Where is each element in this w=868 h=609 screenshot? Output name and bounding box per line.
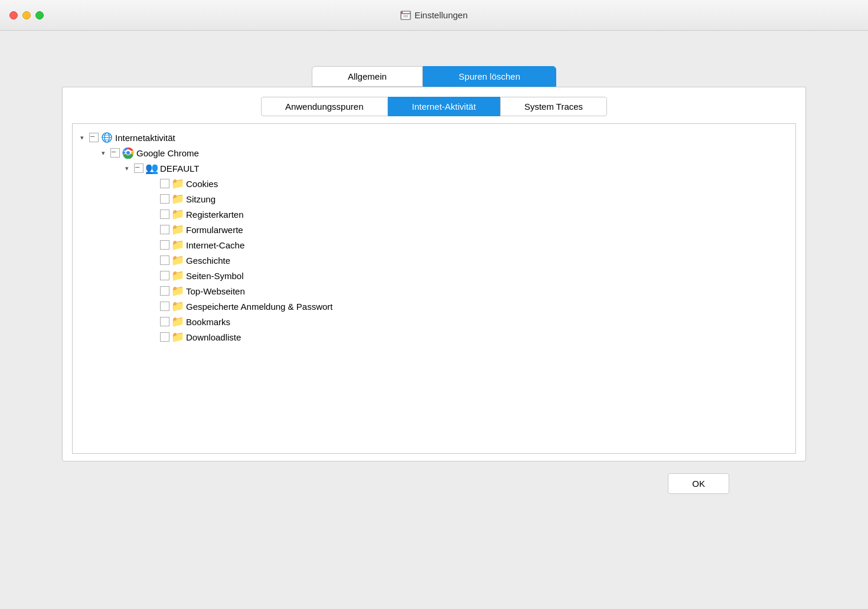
- tree-row-internetaktivitaet: ▾ Internetaktivität: [77, 130, 791, 145]
- label-bookmarks: Bookmarks: [186, 317, 230, 327]
- users-icon: 👥: [146, 163, 158, 173]
- ok-button[interactable]: OK: [668, 473, 729, 494]
- label-top-webseiten: Top-Webseiten: [186, 286, 245, 296]
- tab-spuren-loeschen[interactable]: Spuren löschen: [423, 66, 556, 87]
- folder-icon-top-webseiten: 📁: [172, 286, 184, 296]
- label-geschichte: Geschichte: [186, 256, 230, 266]
- checkbox-internet-cache[interactable]: [160, 240, 169, 250]
- label-seiten-symbol: Seiten-Symbol: [186, 271, 244, 281]
- label-formularwerte: Formularwerte: [186, 225, 243, 235]
- label-internet-cache: Internet-Cache: [186, 240, 244, 250]
- folder-icon-registerkarten: 📁: [172, 209, 184, 220]
- tree-row-seiten-symbol: ▾ 📁 Seiten-Symbol: [77, 268, 791, 283]
- checkbox-cookies[interactable]: [160, 179, 169, 188]
- window-controls: [9, 11, 44, 19]
- chevron-default[interactable]: ▾: [122, 163, 132, 173]
- subtab-internet-aktivitaet[interactable]: Internet-Aktivität: [388, 97, 500, 116]
- folder-icon-seiten-symbol: 📁: [172, 270, 184, 281]
- subtab-anwendungsspuren[interactable]: Anwendungsspuren: [261, 97, 388, 116]
- label-registerkarten: Registerkarten: [186, 209, 244, 220]
- tree-container[interactable]: ▾ Internetaktivität: [72, 123, 796, 454]
- tree-row-default: ▾ 👥 DEFAULT: [77, 161, 791, 176]
- tab-allgemein[interactable]: Allgemein: [312, 66, 423, 87]
- top-tabs: Allgemein Spuren löschen: [312, 66, 556, 87]
- label-google-chrome: Google Chrome: [136, 148, 199, 158]
- sub-tabs: Anwendungsspuren Internet-Aktivität Syst…: [63, 87, 805, 116]
- chevron-google-chrome[interactable]: ▾: [99, 148, 108, 158]
- checkbox-bookmarks[interactable]: [160, 317, 169, 326]
- checkbox-sitzung[interactable]: [160, 194, 169, 204]
- globe-icon: [101, 132, 113, 143]
- title-bar: Einstellungen: [0, 0, 868, 31]
- window-title-text: Einstellungen: [415, 10, 468, 20]
- folder-icon-formularwerte: 📁: [172, 224, 184, 235]
- chrome-icon: [122, 148, 134, 158]
- checkbox-gespeicherte-anmeldung[interactable]: [160, 302, 169, 311]
- tree-row-geschichte: ▾ 📁 Geschichte: [77, 253, 791, 268]
- bottom-area: OK: [44, 461, 824, 494]
- maximize-button[interactable]: [35, 11, 44, 19]
- label-downloadliste: Downloadliste: [186, 332, 241, 342]
- label-internetaktivitaet: Internetaktivität: [115, 133, 175, 143]
- folder-icon-gespeicherte-anmeldung: 📁: [172, 301, 184, 312]
- tree-row-google-chrome: ▾: [77, 145, 791, 161]
- tree-row-internet-cache: ▾ 📁 Internet-Cache: [77, 237, 791, 253]
- close-button[interactable]: [9, 11, 18, 19]
- chevron-internetaktivitaet[interactable]: ▾: [77, 133, 87, 142]
- folder-icon-cookies: 📁: [172, 178, 184, 189]
- folder-icon-downloadliste: 📁: [172, 332, 184, 342]
- checkbox-top-webseiten[interactable]: [160, 286, 169, 296]
- tree-row-sitzung: ▾ 📁 Sitzung: [77, 191, 791, 207]
- tree-row-bookmarks: ▾ 📁 Bookmarks: [77, 314, 791, 329]
- tree-row-registerkarten: ▾ 📁 Registerkarten: [77, 207, 791, 222]
- checkbox-geschichte[interactable]: [160, 256, 169, 265]
- checkbox-google-chrome[interactable]: [110, 148, 120, 158]
- tree-row-top-webseiten: ▾ 📁 Top-Webseiten: [77, 283, 791, 299]
- einstellungen-icon: [400, 10, 411, 21]
- panel-container: Anwendungsspuren Internet-Aktivität Syst…: [62, 87, 806, 461]
- folder-icon-internet-cache: 📁: [172, 240, 184, 250]
- tree-row-cookies: ▾ 📁 Cookies: [77, 176, 791, 191]
- checkbox-internetaktivitaet[interactable]: [89, 133, 99, 142]
- checkbox-seiten-symbol[interactable]: [160, 271, 169, 280]
- svg-point-12: [126, 151, 130, 155]
- label-gespeicherte-anmeldung: Gespeicherte Anmeldung & Passwort: [186, 302, 332, 312]
- label-default: DEFAULT: [160, 163, 199, 173]
- checkbox-formularwerte[interactable]: [160, 225, 169, 234]
- tree-row-downloadliste: ▾ 📁 Downloadliste: [77, 329, 791, 345]
- subtab-system-traces[interactable]: System Traces: [500, 97, 607, 116]
- svg-rect-4: [402, 12, 403, 13]
- checkbox-downloadliste[interactable]: [160, 332, 169, 342]
- tree-row-gespeicherte-anmeldung: ▾ 📁 Gespeicherte Anmeldung & Passwort: [77, 299, 791, 314]
- folder-icon-geschichte: 📁: [172, 255, 184, 266]
- label-sitzung: Sitzung: [186, 194, 216, 204]
- label-cookies: Cookies: [186, 179, 218, 189]
- tree-row-formularwerte: ▾ 📁 Formularwerte: [77, 222, 791, 237]
- checkbox-registerkarten[interactable]: [160, 209, 169, 219]
- folder-icon-bookmarks: 📁: [172, 316, 184, 327]
- folder-icon-sitzung: 📁: [172, 194, 184, 204]
- tree-inner: ▾ Internetaktivität: [73, 124, 795, 351]
- checkbox-default[interactable]: [134, 163, 143, 173]
- window-title: Einstellungen: [400, 10, 468, 21]
- main-content: Allgemein Spuren löschen Anwendungsspure…: [44, 31, 824, 494]
- minimize-button[interactable]: [22, 11, 31, 19]
